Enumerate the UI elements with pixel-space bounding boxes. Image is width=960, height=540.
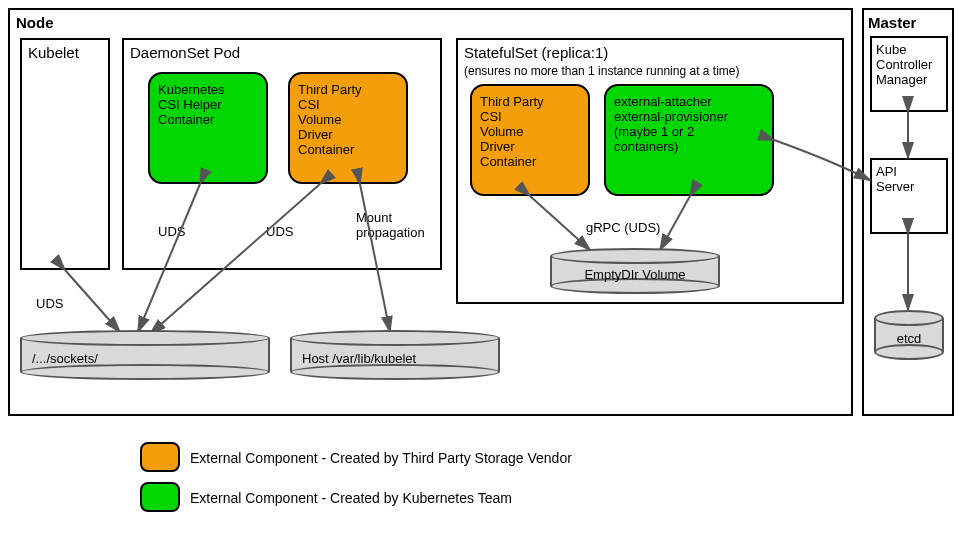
node-title: Node xyxy=(16,14,54,31)
kcm-box: Kube Controller Manager xyxy=(870,36,948,112)
emptydir-label: EmptyDIr Volume xyxy=(550,267,720,282)
sockets-volume: /.../sockets/ xyxy=(20,330,270,380)
daemonset-title: DaemonSet Pod xyxy=(130,44,240,61)
statefulset-driver-label: Third Party CSI Volume Driver Container xyxy=(480,94,544,169)
legend-green-label: External Component - Created by Kubernet… xyxy=(190,490,512,506)
sockets-label: /.../sockets/ xyxy=(20,351,270,366)
legend-swatch-green xyxy=(140,482,180,512)
etcd-volume: etcd xyxy=(874,310,944,360)
external-attacher-label: external-attacher external-provisioner (… xyxy=(614,94,728,154)
external-attacher-container: external-attacher external-provisioner (… xyxy=(604,84,774,196)
hostpath-volume: Host /var/lib/kubelet xyxy=(290,330,500,380)
daemonset-driver-label: Third Party CSI Volume Driver Container xyxy=(298,82,362,157)
master-title: Master xyxy=(868,14,916,31)
apiserver-box: API Server xyxy=(870,158,948,234)
daemonset-driver-container: Third Party CSI Volume Driver Container xyxy=(288,72,408,184)
uds-label-driver: UDS xyxy=(266,224,293,239)
mount-propagation-label: Mount propagation xyxy=(356,210,425,240)
grpc-label: gRPC (UDS) xyxy=(586,220,660,235)
statefulset-note: (ensures no more than 1 instance running… xyxy=(464,64,739,78)
csi-helper-container: Kubernetes CSI Helper Container xyxy=(148,72,268,184)
etcd-label: etcd xyxy=(874,331,944,346)
kubelet-box xyxy=(20,38,110,270)
kubelet-label: Kubelet xyxy=(28,44,79,61)
legend-swatch-orange xyxy=(140,442,180,472)
uds-label-kubelet: UDS xyxy=(36,296,63,311)
statefulset-title: StatefulSet (replica:1) xyxy=(464,44,608,61)
kcm-label: Kube Controller Manager xyxy=(876,42,932,87)
legend-orange-label: External Component - Created by Third Pa… xyxy=(190,450,572,466)
statefulset-driver-container: Third Party CSI Volume Driver Container xyxy=(470,84,590,196)
hostpath-label: Host /var/lib/kubelet xyxy=(290,351,500,366)
apiserver-label: API Server xyxy=(876,164,914,194)
uds-label-helper: UDS xyxy=(158,224,185,239)
csi-helper-label: Kubernetes CSI Helper Container xyxy=(158,82,225,127)
emptydir-volume: EmptyDIr Volume xyxy=(550,248,720,294)
